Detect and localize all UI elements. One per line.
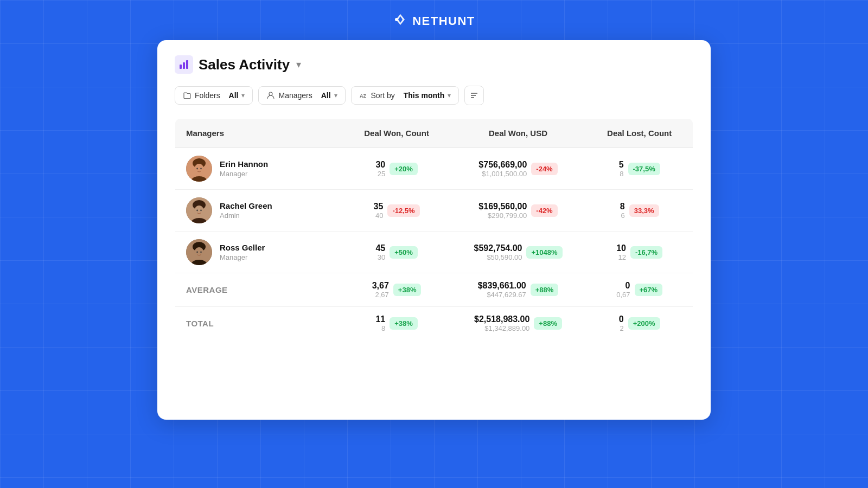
svg-point-15 <box>200 168 201 170</box>
col-deal-lost-count: Deal Lost, Count <box>586 119 693 148</box>
logo: NetHunt <box>393 12 475 30</box>
total-label-cell: TOTAL <box>175 307 343 341</box>
sort-value: This month <box>404 91 444 100</box>
deal-lost-count-cell-1: 8 6 33,3% <box>586 190 693 232</box>
filter-bar: Folders All ▾ Managers All ▾ AZ Sort by … <box>175 86 693 105</box>
folder-icon <box>183 91 192 100</box>
svg-point-19 <box>194 206 204 217</box>
deal-won-usd-cell-0: $756,669,00 $1,001,500.00 -24% <box>450 148 586 190</box>
deal-won-count-cell-2: 45 30 +50% <box>343 232 450 273</box>
table-row: Erin Hannon Manager 30 25 +20% $756,669,… <box>175 148 693 190</box>
svg-point-21 <box>200 210 201 211</box>
svg-point-20 <box>196 210 197 211</box>
manager-cell-0: Erin Hannon Manager <box>175 148 343 190</box>
badge: -37,5% <box>628 163 660 175</box>
folders-chevron-icon: ▾ <box>241 92 245 99</box>
badge: +88% <box>531 284 559 296</box>
deal-won-usd-cell-2: $592,754.00 $50,590.00 +1048% <box>450 232 586 273</box>
average-label-cell: AVERAGE <box>175 273 343 307</box>
badge: 33,3% <box>629 204 659 217</box>
svg-rect-5 <box>186 60 188 69</box>
table-row: Rachel Green Admin 35 40 -12,5% $169,560… <box>175 190 693 232</box>
deal-won-count-cell-1: 35 40 -12,5% <box>343 190 450 232</box>
folders-filter-button[interactable]: Folders All ▾ <box>175 86 253 105</box>
badge: -12,5% <box>387 204 419 217</box>
logo-text: NetHunt <box>412 14 475 28</box>
col-deal-won-count: Deal Won, Count <box>343 119 450 148</box>
deal-lost-count-cell-0: 5 8 -37,5% <box>586 148 693 190</box>
managers-chevron-icon: ▾ <box>334 92 337 99</box>
manager-cell-1: Rachel Green Admin <box>175 190 343 232</box>
svg-text:AZ: AZ <box>360 93 366 99</box>
total-deal-won-usd: $2,518,983.00 $1,342,889.00 +88% <box>450 307 586 341</box>
svg-point-27 <box>200 252 201 253</box>
avatar-rachel <box>186 197 212 223</box>
bar-chart-icon <box>179 60 189 69</box>
sort-label: Sort by <box>371 91 395 100</box>
manager-cell-2: Ross Geller Manager <box>175 232 343 273</box>
svg-point-14 <box>196 168 197 170</box>
sort-order-button[interactable] <box>464 86 484 105</box>
title-chevron[interactable]: ▾ <box>296 59 301 70</box>
managers-label: Managers <box>278 91 312 100</box>
main-card: Sales Activity ▾ Folders All ▾ Managers … <box>157 40 711 420</box>
sort-az-icon: AZ <box>359 91 368 100</box>
top-header: NetHunt <box>0 0 868 40</box>
sort-filter-button[interactable]: AZ Sort by This month ▾ <box>351 86 459 105</box>
badge: +38% <box>390 317 418 330</box>
manager-name: Ross Geller <box>220 243 265 252</box>
folders-value: All <box>229 91 239 100</box>
badge: +20% <box>390 163 418 175</box>
managers-value: All <box>321 91 331 100</box>
svg-point-2 <box>395 18 398 21</box>
avatar-ross <box>186 239 212 265</box>
sort-lines-icon <box>469 91 479 100</box>
avatar-erin <box>186 156 212 182</box>
managers-filter-button[interactable]: Managers All ▾ <box>258 86 345 105</box>
page-title: Sales Activity <box>199 56 290 73</box>
average-row: AVERAGE 3,67 2,67 +38% $839,661.00 $447,… <box>175 273 693 307</box>
title-icon-box <box>175 55 193 74</box>
badge: +1048% <box>526 246 562 259</box>
total-deal-won-count: 11 8 +38% <box>343 307 450 341</box>
svg-rect-3 <box>180 65 182 69</box>
table-row: Ross Geller Manager 45 30 +50% $592,754.… <box>175 232 693 273</box>
total-row: TOTAL 11 8 +38% $2,518,983.00 $1,342,889… <box>175 307 693 341</box>
badge: -24% <box>531 163 557 175</box>
svg-point-25 <box>194 247 204 259</box>
deal-lost-count-cell-2: 10 12 -16,7% <box>586 232 693 273</box>
svg-point-6 <box>269 92 272 95</box>
sort-chevron-icon: ▾ <box>448 92 451 99</box>
manager-role: Manager <box>220 170 268 178</box>
badge: +50% <box>390 246 418 259</box>
badge: +67% <box>635 284 663 296</box>
col-deal-won-usd: Deal Won, USD <box>450 119 586 148</box>
table-header-row: Managers Deal Won, Count Deal Won, USD D… <box>175 119 693 148</box>
svg-point-26 <box>196 252 197 253</box>
average-deal-won-usd: $839,661.00 $447,629.67 +88% <box>450 273 586 307</box>
badge: +88% <box>534 317 562 330</box>
manager-name: Rachel Green <box>220 201 272 210</box>
col-managers: Managers <box>175 119 343 148</box>
total-deal-lost-count: 0 2 +200% <box>586 307 693 341</box>
manager-name: Erin Hannon <box>220 159 268 169</box>
svg-point-13 <box>194 164 204 176</box>
badge: -16,7% <box>630 246 662 259</box>
logo-icon <box>393 12 408 30</box>
folders-label: Folders <box>195 91 220 100</box>
deal-won-count-cell-0: 30 25 +20% <box>343 148 450 190</box>
svg-rect-4 <box>183 62 185 69</box>
person-icon <box>266 91 275 100</box>
average-deal-won-count: 3,67 2,67 +38% <box>343 273 450 307</box>
badge: -42% <box>531 204 557 217</box>
sales-activity-table: Managers Deal Won, Count Deal Won, USD D… <box>175 118 693 341</box>
manager-role: Manager <box>220 253 265 261</box>
page-title-row: Sales Activity ▾ <box>175 55 693 74</box>
badge: +38% <box>393 284 422 296</box>
average-deal-lost-count: 0 0,67 +67% <box>586 273 693 307</box>
manager-role: Admin <box>220 211 272 220</box>
badge: +200% <box>628 317 660 330</box>
deal-won-usd-cell-1: $169,560,00 $290,799.00 -42% <box>450 190 586 232</box>
